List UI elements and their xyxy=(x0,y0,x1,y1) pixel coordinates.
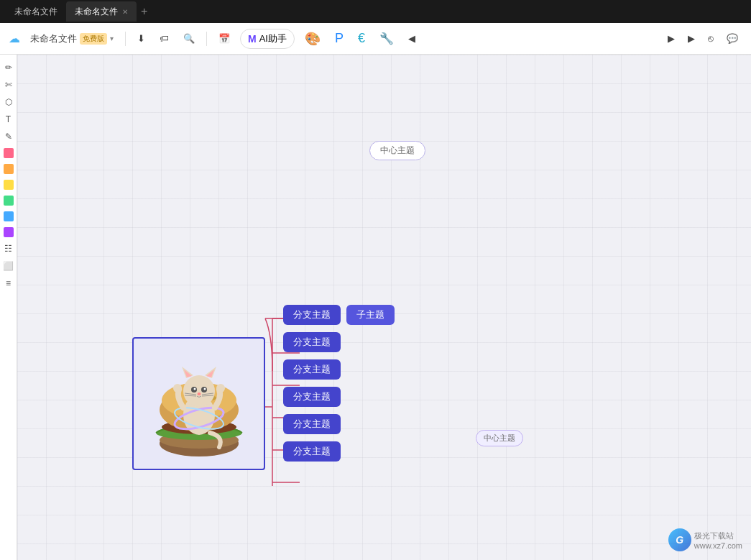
main-area: ✏ ✄ ⬡ T ✎ ☷ ⬜ ≡ xyxy=(0,55,751,560)
branch-6-label: 分支主题 xyxy=(293,446,331,456)
tab-2-label: 未命名文件 xyxy=(75,6,118,18)
svg-point-26 xyxy=(193,387,195,390)
tool-rect[interactable]: ⬜ xyxy=(1,259,16,273)
branch-5: 分支主题 xyxy=(283,414,395,434)
ai-label: AI助手 xyxy=(259,32,287,45)
color-swatch-yellow[interactable] xyxy=(4,180,14,190)
toolbar-right: ▶ ▶ ⎋ 💬 xyxy=(663,30,742,47)
branch-2-button[interactable]: 分支主题 xyxy=(283,332,341,352)
plugin-3-icon: € xyxy=(358,31,365,46)
sub-topic-button[interactable]: 子主题 xyxy=(346,305,395,325)
free-badge: 免费版 xyxy=(80,33,107,45)
color-swatch-purple[interactable] xyxy=(4,227,14,237)
tag-button[interactable]: 🏷 xyxy=(155,30,173,47)
plugin-1-button[interactable]: 🎨 xyxy=(300,28,325,50)
search-icon: 🔍 xyxy=(183,33,195,44)
share-button[interactable]: ⎋ xyxy=(704,30,718,47)
comment-button[interactable]: 💬 xyxy=(722,30,742,47)
play-icon: ▶ xyxy=(688,33,695,44)
center-right-label: 中心主题 xyxy=(476,430,523,446)
center-top-node[interactable]: 中心主题 xyxy=(369,141,425,160)
title-bar: 未命名文件 未命名文件 ✕ + xyxy=(0,0,751,23)
watermark-logo: G xyxy=(668,528,691,551)
tab-1[interactable]: 未命名文件 xyxy=(6,1,66,22)
plugin-2-button[interactable]: P xyxy=(331,28,348,49)
branch-5-label: 分支主题 xyxy=(293,418,331,429)
canvas[interactable]: 中心主题 中心主题 xyxy=(17,55,751,560)
ai-assistant-button[interactable]: M AI助手 xyxy=(240,29,295,49)
tag-icon: 🏷 xyxy=(160,33,169,44)
download-button[interactable]: ⬇ xyxy=(133,30,149,47)
branch-3-button[interactable]: 分支主题 xyxy=(283,359,341,380)
collapse-left-icon: ◀ xyxy=(408,33,415,44)
tool-text[interactable]: T xyxy=(1,112,16,127)
search-button[interactable]: 🔍 xyxy=(179,30,199,47)
svg-point-36 xyxy=(216,384,225,393)
file-name[interactable]: 未命名文件 免费版 ▾ xyxy=(26,29,118,48)
svg-point-19 xyxy=(183,375,215,407)
image-node[interactable] xyxy=(132,337,265,470)
calendar-icon: 📅 xyxy=(218,33,230,44)
branch-4-button[interactable]: 分支主题 xyxy=(283,387,341,407)
expand-right-button[interactable]: ▶ xyxy=(663,30,679,47)
branch-1-label: 分支主题 xyxy=(293,309,331,320)
watermark-url: www.xz7.com xyxy=(694,541,742,550)
tab-2[interactable]: 未命名文件 ✕ xyxy=(66,1,137,22)
comment-icon: 💬 xyxy=(727,33,738,44)
watermark-site: 极光下载站 xyxy=(694,531,742,541)
tool-layers[interactable]: ☷ xyxy=(1,242,16,256)
branch-4-label: 分支主题 xyxy=(293,391,331,402)
calendar-button[interactable]: 📅 xyxy=(214,30,234,47)
color-swatch-red[interactable] xyxy=(4,148,14,158)
plugin-4-button[interactable]: 🔧 xyxy=(375,29,398,48)
separator-1 xyxy=(125,32,126,46)
watermark: G 极光下载站 www.xz7.com xyxy=(668,528,742,551)
left-sidebar: ✏ ✄ ⬡ T ✎ ☷ ⬜ ≡ xyxy=(0,55,17,560)
watermark-text-container: 极光下载站 www.xz7.com xyxy=(694,531,742,550)
svg-point-27 xyxy=(203,387,206,390)
tool-pen[interactable]: ✎ xyxy=(1,129,16,144)
tab-close-icon[interactable]: ✕ xyxy=(122,8,128,16)
branch-3: 分支主题 xyxy=(283,359,395,380)
download-icon: ⬇ xyxy=(137,33,145,44)
toolbar: ☁ 未命名文件 免费版 ▾ ⬇ 🏷 🔍 📅 M AI助手 🎨 P € 🔧 ◀ ▶ xyxy=(0,23,751,55)
branch-4: 分支主题 xyxy=(283,387,395,407)
tool-menu[interactable]: ≡ xyxy=(1,276,16,290)
add-tab-button[interactable]: + xyxy=(137,5,152,18)
branch-5-button[interactable]: 分支主题 xyxy=(283,414,341,434)
svg-point-35 xyxy=(173,384,182,393)
watermark-g-icon: G xyxy=(676,534,683,546)
center-right-node[interactable]: 中心主题 xyxy=(476,430,523,446)
color-swatch-green[interactable] xyxy=(4,196,14,206)
branches-container: 分支主题 子主题 分支主题 分支主题 分支主题 xyxy=(283,305,395,469)
play-button[interactable]: ▶ xyxy=(683,30,699,47)
plugin-4-icon: 🔧 xyxy=(379,32,394,45)
tool-cut[interactable]: ✄ xyxy=(1,78,16,92)
branch-2: 分支主题 xyxy=(283,332,395,352)
expand-right-icon: ▶ xyxy=(668,33,675,44)
branch-6: 分支主题 xyxy=(283,441,395,462)
share-icon: ⎋ xyxy=(708,33,714,44)
collapse-left-button[interactable]: ◀ xyxy=(404,30,420,47)
branch-1-button[interactable]: 分支主题 xyxy=(283,305,341,325)
branch-2-label: 分支主题 xyxy=(293,336,331,347)
branch-3-label: 分支主题 xyxy=(293,364,331,375)
svg-point-28 xyxy=(197,393,201,395)
tool-shape[interactable]: ⬡ xyxy=(1,95,16,109)
separator-2 xyxy=(206,32,207,46)
cat-burger-illustration xyxy=(142,346,257,462)
color-swatch-orange[interactable] xyxy=(4,164,14,174)
plugin-2-icon: P xyxy=(335,31,344,46)
color-swatch-blue[interactable] xyxy=(4,211,14,221)
cloud-icon: ☁ xyxy=(9,32,20,45)
tab-1-label: 未命名文件 xyxy=(14,6,57,18)
sub-topic-label: 子主题 xyxy=(356,309,384,320)
file-name-label: 未命名文件 xyxy=(30,32,77,45)
branch-6-button[interactable]: 分支主题 xyxy=(283,441,341,462)
center-top-label: 中心主题 xyxy=(369,141,425,160)
plugin-3-button[interactable]: € xyxy=(354,28,369,49)
plugin-1-icon: 🎨 xyxy=(305,31,321,47)
chevron-down-icon: ▾ xyxy=(110,35,114,42)
branch-1: 分支主题 子主题 xyxy=(283,305,395,325)
tool-pencil[interactable]: ✏ xyxy=(1,60,16,75)
